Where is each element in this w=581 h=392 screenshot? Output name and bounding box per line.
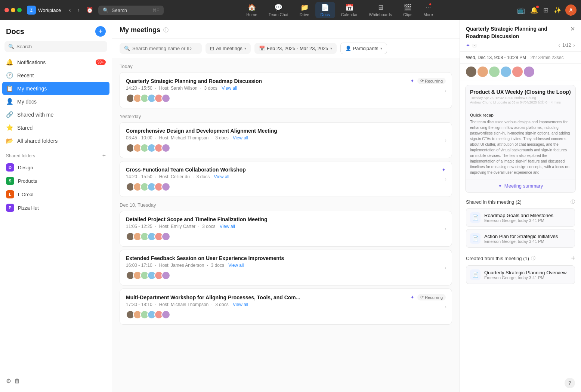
- meeting-card-0[interactable]: Quarterly Strategic Planning and Roadmap…: [120, 72, 452, 108]
- ai-companion-btn[interactable]: ✨: [552, 5, 563, 16]
- add-created-doc-btn[interactable]: +: [571, 254, 575, 262]
- home-icon: 🏠: [248, 3, 256, 12]
- meeting-search-input[interactable]: [132, 46, 197, 51]
- date-range-filter-btn[interactable]: 📅 Feb 23, 2025 - Mar 23, 2025 ▾: [254, 43, 337, 54]
- right-panel-close-btn[interactable]: ✕: [567, 25, 575, 33]
- view-all-link-2[interactable]: View all: [214, 174, 229, 179]
- zoom-icon: Z: [27, 6, 36, 15]
- screen-share-btn[interactable]: 📺: [516, 5, 526, 16]
- nav-back-btn[interactable]: ‹: [67, 6, 72, 15]
- panel-avatar-5: [524, 67, 534, 77]
- more-icon: ···: [425, 4, 431, 12]
- participants-filter-btn[interactable]: 👤 Participants ▾: [340, 43, 387, 54]
- meeting-card-5[interactable]: Multi-Department Workshop for Aligning P…: [120, 288, 452, 325]
- meeting-avatars-3: [126, 232, 446, 241]
- avatar-4-5: [161, 271, 170, 280]
- help-btn[interactable]: ?: [565, 378, 575, 388]
- minimize-dot[interactable]: [11, 8, 15, 12]
- date-range-chevron-icon: ▾: [330, 46, 332, 50]
- sidebar-item-notifications[interactable]: 🔔 Notifications 99+: [2, 56, 109, 69]
- section-yesterday: Yesterday Comprehensive Design and Devel…: [120, 114, 452, 197]
- view-all-link-5[interactable]: View all: [233, 302, 248, 307]
- sidebar-item-shared-with-me[interactable]: 🔗 Shared with me: [2, 108, 109, 121]
- close-dot[interactable]: [4, 8, 9, 12]
- nav-docs[interactable]: 📄 Docs: [315, 2, 335, 18]
- doc-preview-header: Product & UX Weekly (Closing the Loop) T…: [466, 85, 575, 109]
- nav-clips[interactable]: 🎬 Clips: [398, 2, 417, 18]
- created-info-icon: ⓘ: [531, 255, 535, 262]
- panel-avatar-0: [466, 67, 476, 77]
- sidebar-item-recent[interactable]: 🕐 Recent: [2, 69, 109, 82]
- nav-more[interactable]: ··· More: [418, 2, 438, 18]
- created-doc-0[interactable]: 📄 Quarterly Strategic Planning Overview …: [466, 265, 575, 284]
- folder-products[interactable]: S Products: [0, 174, 112, 188]
- shared-doc-1[interactable]: 📄 Action Plan for Strategic Initiatives …: [466, 229, 575, 248]
- trash-btn[interactable]: 🗑: [14, 378, 20, 385]
- meeting-card-2[interactable]: Cross-Functional Team Collaboration Work…: [120, 161, 452, 197]
- meeting-meta-1: 08:45 - 10:00 · Host: Michael Thompson ·…: [126, 135, 446, 141]
- folder-loreal[interactable]: L L'Oréal: [0, 188, 112, 201]
- add-doc-btn[interactable]: +: [95, 26, 106, 37]
- grid-view-btn[interactable]: ⊞: [542, 5, 550, 16]
- notifications-btn[interactable]: 🔔: [529, 5, 540, 16]
- dec10-label: Dec 10, Tuesday: [120, 202, 452, 208]
- avatar-1-5: [161, 143, 170, 152]
- folder-pizza-hut[interactable]: P Pizza Hut: [0, 201, 112, 214]
- sidebar-search-input[interactable]: [16, 44, 103, 49]
- meeting-card-1[interactable]: Comprehensive Design and Development Ali…: [120, 122, 452, 158]
- recurring-icon-5: ⟳: [420, 295, 424, 300]
- search-label: Search: [112, 7, 127, 13]
- nav-drive[interactable]: 📁 Drive: [294, 2, 315, 18]
- sidebar-item-all-shared-folders[interactable]: 📂 All shared folders: [2, 134, 109, 147]
- filter-bar: 🔍 ⊡ All meetings ▾ 📅 Feb 23, 2025 - Mar …: [112, 39, 460, 58]
- meeting-card-header-5: Multi-Department Workshop for Aligning P…: [126, 294, 446, 300]
- view-all-link-4[interactable]: View all: [228, 263, 244, 268]
- folder-design[interactable]: D Design: [0, 161, 112, 174]
- doc-preview-meta2: Andrew Chung Ll update at 03 in 04/04/20…: [470, 100, 571, 105]
- nav-calendar[interactable]: 📅 Calendar: [336, 2, 363, 18]
- user-avatar[interactable]: A: [565, 4, 577, 16]
- sidebar-header: Docs +: [0, 25, 112, 41]
- add-folder-btn[interactable]: +: [102, 152, 106, 159]
- view-all-link-3[interactable]: View all: [220, 224, 235, 229]
- topbar-search[interactable]: 🔍 Search ⌘F: [98, 6, 164, 15]
- nav-forward-btn[interactable]: ›: [76, 6, 81, 15]
- meeting-search-icon: 🔍: [124, 46, 130, 51]
- meeting-card-header-1: Comprehensive Design and Development Ali…: [126, 128, 446, 134]
- view-all-link-1[interactable]: View all: [233, 135, 248, 141]
- search-shortcut: ⌘F: [152, 8, 159, 13]
- title-info-icon[interactable]: ⓘ: [163, 27, 169, 34]
- meeting-card-4[interactable]: Extended Feedback Session on User Experi…: [120, 250, 452, 285]
- meeting-summary-btn[interactable]: ✦ Meeting summary: [466, 179, 575, 192]
- sidebar-search[interactable]: 🔍: [4, 41, 107, 52]
- meeting-search-box[interactable]: 🔍: [120, 43, 202, 54]
- notification-badge: 99+: [96, 59, 106, 65]
- sidebar-item-stared[interactable]: ⭐ Stared: [2, 121, 109, 134]
- view-all-link-0[interactable]: View all: [222, 86, 237, 91]
- all-meetings-filter-btn[interactable]: ⊡ All meetings ▾: [205, 43, 251, 54]
- meeting-card-header: Quarterly Strategic Planning and Roadmap…: [126, 78, 446, 84]
- nav-home[interactable]: 🏠 Home: [241, 2, 262, 18]
- sidebar-search-icon: 🔍: [8, 44, 14, 49]
- panel-copy-btn[interactable]: ⊡: [472, 42, 477, 48]
- topbar-nav: 🏠 Home 💬 Team Chat 📁 Drive 📄 Docs 📅 Cale…: [167, 2, 513, 18]
- settings-btn[interactable]: ⚙: [6, 377, 11, 385]
- history-btn[interactable]: ⏰: [84, 6, 95, 15]
- sidebar-item-my-docs[interactable]: 👤 My docs: [2, 95, 109, 108]
- nav-whiteboards[interactable]: 🖥 Whiteboards: [364, 2, 397, 18]
- panel-avatar-3: [501, 67, 511, 77]
- panel-next-btn[interactable]: ›: [573, 42, 575, 48]
- sidebar-item-my-meetings[interactable]: 📋 My meetings: [2, 82, 109, 95]
- nav-team-chat[interactable]: 💬 Team Chat: [263, 2, 294, 18]
- design-folder-icon: D: [6, 163, 14, 172]
- my-meetings-icon: 📋: [6, 85, 13, 92]
- today-label: Today: [120, 64, 452, 69]
- doc-preview-card[interactable]: Product & UX Weekly (Closing the Loop) T…: [465, 85, 576, 193]
- star-icon: ⭐: [6, 124, 13, 131]
- panel-prev-btn[interactable]: ‹: [558, 42, 560, 48]
- meeting-card-3[interactable]: Detailed Project Scope and Timeline Fina…: [120, 211, 452, 247]
- fullscreen-dot[interactable]: [17, 8, 22, 12]
- shared-doc-0[interactable]: 📄 Roadmap Goals and Milestones Emerson G…: [466, 208, 575, 227]
- right-panel-title-section: Quarterly Strategic Planning and Roadmap…: [460, 20, 581, 52]
- created-section-title: Created from this meeting (1): [466, 256, 529, 261]
